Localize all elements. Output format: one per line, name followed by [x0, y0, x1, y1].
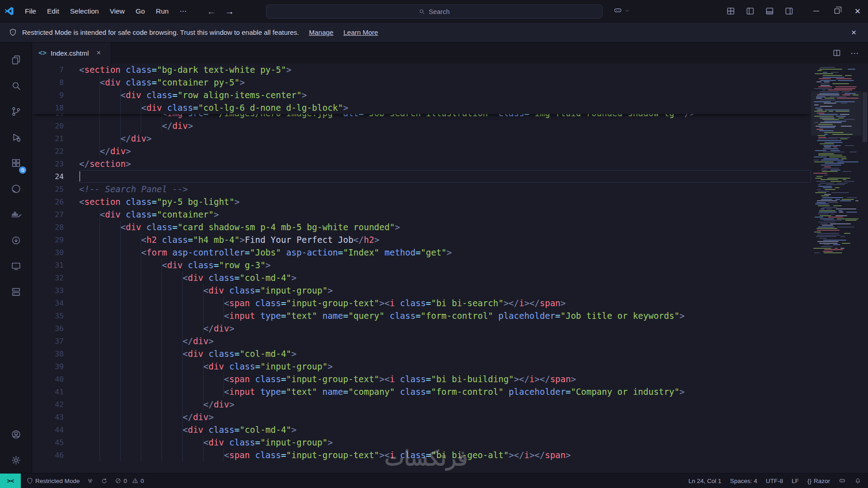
code-line[interactable]: 8<div class="container py-5">	[32, 76, 811, 89]
menu-overflow-icon[interactable]: ⋯	[175, 5, 192, 18]
code-line[interactable]: 28<div class="card shadow-sm p-4 mb-5 bg…	[32, 221, 811, 233]
line-number[interactable]: 37	[32, 337, 64, 346]
toggle-panel-icon[interactable]	[765, 6, 774, 16]
code-line[interactable]: 9<div class="row align-items-center">	[32, 89, 811, 101]
line-number[interactable]: 21	[32, 134, 64, 143]
source-control-icon[interactable]	[0, 99, 32, 124]
copilot-button[interactable]	[613, 6, 630, 15]
menu-file[interactable]: File	[20, 5, 41, 18]
database-icon[interactable]	[0, 279, 32, 305]
line-number[interactable]: 7	[32, 66, 64, 74]
code-line[interactable]: 46<span class="input-group-text"><i clas…	[32, 449, 811, 461]
code-line[interactable]: 22</div>	[32, 145, 811, 157]
line-number[interactable]: 30	[32, 248, 64, 257]
code-line[interactable]: 44<div class="col-md-4">	[32, 423, 811, 436]
code-line[interactable]: 33<div class="input-group">	[32, 284, 811, 297]
line-number[interactable]: 39	[32, 362, 64, 371]
line-number[interactable]: 23	[32, 160, 64, 168]
line-number[interactable]: 24	[32, 172, 64, 181]
tab-index-cshtml[interactable]: <> Index.cshtml ×	[32, 43, 111, 63]
explorer-icon[interactable]	[0, 47, 32, 73]
line-number[interactable]: 22	[32, 147, 64, 156]
line-number[interactable]: 33	[32, 286, 64, 295]
problems-status[interactable]: 0 0	[115, 478, 144, 484]
line-number[interactable]: 46	[32, 451, 64, 460]
toggle-secondary-sidebar-icon[interactable]	[784, 6, 794, 16]
editor-more-actions-icon[interactable]: ⋯	[850, 48, 859, 58]
remote-indicator[interactable]: ><	[0, 474, 21, 488]
minimize-button[interactable]	[806, 0, 826, 22]
line-number[interactable]: 45	[32, 438, 64, 447]
customize-layout-icon[interactable]	[726, 6, 735, 16]
code-line[interactable]: 42</div>	[32, 398, 811, 411]
line-number[interactable]: 42	[32, 400, 64, 409]
restore-button[interactable]	[826, 0, 847, 22]
code-line[interactable]: 18<div class="col-lg-6 d-none d-lg-block…	[32, 101, 811, 114]
menu-selection[interactable]: Selection	[65, 5, 104, 18]
restricted-mode-status[interactable]: Restricted Mode	[27, 478, 80, 484]
line-number[interactable]: 9	[32, 91, 64, 99]
accounts-icon[interactable]	[0, 422, 32, 447]
tab-close-icon[interactable]: ×	[95, 48, 102, 57]
learn-more-link[interactable]: Learn More	[343, 28, 378, 36]
code-line[interactable]: 45<div class="input-group">	[32, 436, 811, 449]
menu-run[interactable]: Run	[151, 5, 173, 18]
line-number[interactable]: 25	[32, 185, 64, 194]
notifications-bell-icon[interactable]	[854, 478, 861, 484]
split-editor-icon[interactable]	[832, 48, 841, 57]
code-line[interactable]: 39<div class="input-group">	[32, 360, 811, 373]
code-line[interactable]: 23</section>	[32, 157, 811, 170]
line-number[interactable]: 35	[32, 312, 64, 320]
toggle-primary-sidebar-icon[interactable]	[745, 6, 755, 16]
vscode-logo-icon[interactable]	[0, 6, 18, 16]
line-number[interactable]: 32	[32, 274, 64, 282]
code-line[interactable]: 40<span class="input-group-text"><i clas…	[32, 373, 811, 385]
code-line[interactable]: 20</div>	[32, 119, 811, 132]
code-line[interactable]: 21</div>	[32, 132, 811, 145]
forward-arrow-icon[interactable]: →	[225, 7, 234, 16]
copilot-status-icon[interactable]	[839, 477, 846, 484]
language-mode[interactable]: {}Razor	[807, 478, 830, 484]
code-line[interactable]: 29<h2 class="h4 mb-4">Find Your Perfect …	[32, 233, 811, 246]
line-number[interactable]: 36	[32, 324, 64, 333]
remote-explorer-icon[interactable]	[0, 253, 32, 279]
extensions-icon[interactable]	[0, 150, 32, 176]
code-line[interactable]: 34<span class="input-group-text"><i clas…	[32, 297, 811, 309]
menu-go[interactable]: Go	[131, 5, 150, 18]
scrollbar-thumb[interactable]	[863, 92, 867, 142]
remote-download-icon[interactable]	[0, 227, 32, 253]
code-editor[interactable]: 19<img src="~/images/hero-image.jpg" alt…	[32, 63, 811, 473]
run-and-debug-icon[interactable]	[0, 124, 32, 150]
code-line[interactable]: 32<div class="col-md-4">	[32, 271, 811, 284]
code-line[interactable]: 36</div>	[32, 322, 811, 335]
code-line[interactable]: 41<input type="text" name="company" clas…	[32, 385, 811, 398]
manage-link[interactable]: Manage	[309, 28, 333, 36]
code-line[interactable]: 27<div class="container">	[32, 208, 811, 221]
indentation[interactable]: Spaces: 4	[730, 478, 757, 484]
code-line[interactable]: 30<form asp-controller="Jobs" asp-action…	[32, 246, 811, 259]
line-number[interactable]: 43	[32, 413, 64, 422]
settings-gear-icon[interactable]	[0, 447, 32, 473]
menu-view[interactable]: View	[104, 5, 129, 18]
line-number[interactable]: 8	[32, 78, 64, 87]
line-number[interactable]: 34	[32, 299, 64, 308]
code-line[interactable]: 7<section class="bg-dark text-white py-5…	[32, 63, 811, 76]
docker-icon[interactable]	[0, 202, 32, 227]
line-number[interactable]: 18	[32, 104, 64, 112]
command-center-search[interactable]: Search	[266, 5, 602, 19]
broadcast-icon[interactable]	[87, 478, 94, 484]
line-number[interactable]: 40	[32, 375, 64, 384]
code-line[interactable]: 25<!-- Search Panel -->	[32, 183, 811, 195]
vertical-scrollbar[interactable]	[862, 63, 868, 473]
eol-sequence[interactable]: LF	[792, 478, 799, 484]
code-line[interactable]: 35<input type="text" name="query" class=…	[32, 309, 811, 322]
banner-close-icon[interactable]: ×	[849, 27, 859, 38]
code-line[interactable]: 31<div class="row g-3">	[32, 259, 811, 271]
cursor-position[interactable]: Ln 24, Col 1	[688, 478, 721, 484]
line-number[interactable]: 31	[32, 261, 64, 270]
line-number[interactable]: 41	[32, 388, 64, 396]
line-number[interactable]: 29	[32, 236, 64, 244]
line-number[interactable]: 27	[32, 210, 64, 219]
code-line[interactable]: 43</div>	[32, 411, 811, 423]
code-line[interactable]: 37</div>	[32, 335, 811, 347]
